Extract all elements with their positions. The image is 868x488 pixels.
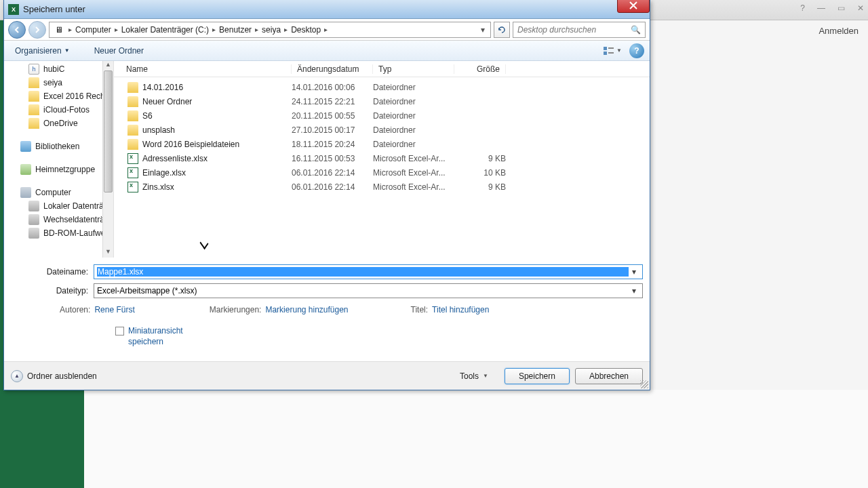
tree-item[interactable]: iCloud-Fotos xyxy=(4,103,113,117)
thumbnail-checkbox-label[interactable]: Miniaturansichtspeichern xyxy=(128,325,183,347)
tree-item[interactable]: Computer xyxy=(4,186,113,199)
chevron-down-icon[interactable]: ▾ xyxy=(629,286,639,296)
tags-value[interactable]: Markierung hinzufügen xyxy=(265,305,348,314)
breadcrumb-seg[interactable]: Benutzer xyxy=(217,25,254,35)
form-area: Dateiname: Mappe1.xlsx ▾ Dateityp: Excel… xyxy=(4,258,650,350)
folder-icon xyxy=(28,77,39,88)
breadcrumb-seg[interactable]: Lokaler Datenträger (C:) xyxy=(119,25,211,35)
tools-dropdown[interactable]: Tools ▼ xyxy=(460,371,488,381)
breadcrumb[interactable]: 🖥 ▸ Computer ▸ Lokaler Datenträger (C:) … xyxy=(49,22,491,38)
tree-item-label: seiya xyxy=(43,78,62,87)
view-icon xyxy=(603,46,615,56)
chevron-up-icon: ▲ xyxy=(11,370,23,382)
arrow-right-icon xyxy=(33,26,41,34)
tree-scrollbar[interactable]: ▲ ▼ xyxy=(102,61,113,258)
dialog-titlebar[interactable]: X Speichern unter xyxy=(4,0,650,19)
excel-content-bg xyxy=(84,390,868,488)
tree-item[interactable]: seiya xyxy=(4,76,113,89)
filename-label: Dateiname: xyxy=(11,267,94,277)
help-button[interactable]: ? xyxy=(629,43,644,58)
folder-tree[interactable]: hhubiCseiyaExcel 2016 RechniCloud-FotosO… xyxy=(4,61,114,258)
chevron-down-icon: ▼ xyxy=(483,373,488,379)
net-icon xyxy=(20,164,31,175)
tree-item[interactable]: Excel 2016 Rechn xyxy=(4,89,113,103)
minimize-icon[interactable]: — xyxy=(817,3,825,13)
new-folder-button[interactable]: Neuer Ordner xyxy=(87,44,151,58)
tree-item[interactable]: OneDrive xyxy=(4,117,113,130)
dialog-footer: ▲ Ordner ausblenden Tools ▼ Speichern Ab… xyxy=(4,361,650,390)
tree-item[interactable]: Lokaler Datenträg xyxy=(4,199,113,213)
sign-in-link[interactable]: Anmelden xyxy=(818,26,859,36)
excel-app-icon: X xyxy=(8,4,19,15)
tree-item[interactable]: hhubiC xyxy=(4,62,113,76)
hide-folders-label: Ordner ausblenden xyxy=(27,371,97,381)
dialog-close-button[interactable] xyxy=(617,0,650,13)
column-name[interactable]: Name xyxy=(114,64,292,74)
chevron-right-icon[interactable]: ▸ xyxy=(211,26,217,33)
nav-forward-button[interactable] xyxy=(28,21,46,39)
filename-value: Mappe1.xlsx xyxy=(97,267,629,277)
file-date: 27.10.2015 00:17 xyxy=(292,125,373,135)
file-type: Microsoft Excel-Ar... xyxy=(373,154,454,163)
file-row[interactable]: 14.01.201614.01.2016 00:06Dateiordner xyxy=(114,80,650,94)
organize-button[interactable]: Organisieren ▼ xyxy=(9,44,75,58)
refresh-button[interactable] xyxy=(494,22,510,38)
file-list[interactable]: Name Änderungsdatum Typ Größe 14.01.2016… xyxy=(114,61,650,258)
hide-folders-toggle[interactable]: ▲ Ordner ausblenden xyxy=(11,370,97,382)
search-icon[interactable]: 🔍 xyxy=(631,25,641,35)
chevron-right-icon[interactable]: ▸ xyxy=(283,26,289,33)
folder-icon xyxy=(28,104,39,115)
column-type[interactable]: Typ xyxy=(373,64,454,74)
drive-icon xyxy=(28,228,39,239)
tree-item[interactable]: Heimnetzgruppe xyxy=(4,163,113,176)
view-options-button[interactable]: ▼ xyxy=(602,43,623,58)
tree-item-label: Excel 2016 Rechn xyxy=(43,92,109,101)
file-row[interactable]: Einlage.xlsx06.01.2016 22:14Microsoft Ex… xyxy=(114,165,650,180)
chevron-down-icon[interactable]: ▾ xyxy=(629,267,639,277)
scroll-up-icon[interactable]: ▲ xyxy=(103,61,113,70)
file-row[interactable]: S620.11.2015 00:55Dateiordner xyxy=(114,108,650,123)
cancel-button[interactable]: Abbrechen xyxy=(575,368,643,384)
svg-rect-0 xyxy=(604,47,607,50)
filename-input[interactable]: Mappe1.xlsx ▾ xyxy=(94,264,643,279)
help-icon[interactable]: ? xyxy=(800,3,805,13)
file-list-header[interactable]: Name Änderungsdatum Typ Größe xyxy=(114,61,650,77)
scroll-thumb[interactable] xyxy=(104,70,113,192)
tree-item[interactable]: BD-ROM-Laufwe xyxy=(4,226,113,240)
save-button[interactable]: Speichern xyxy=(505,368,570,384)
tree-item[interactable]: Bibliotheken xyxy=(4,140,113,153)
breadcrumb-seg[interactable]: seiya xyxy=(260,25,283,35)
close-icon[interactable]: ✕ xyxy=(857,3,864,13)
thumbnail-checkbox[interactable] xyxy=(115,327,124,336)
resize-grip[interactable] xyxy=(640,380,648,388)
folder-icon xyxy=(127,139,138,150)
tree-item[interactable]: Wechseldatenträ xyxy=(4,213,113,226)
tree-item-label: Wechseldatenträ xyxy=(43,215,104,224)
search-input[interactable] xyxy=(517,25,631,35)
filetype-select[interactable]: Excel-Arbeitsmappe (*.xlsx) ▾ xyxy=(94,283,643,298)
file-row[interactable]: Zins.xlsx06.01.2016 22:14Microsoft Excel… xyxy=(114,180,650,194)
file-row[interactable]: Adressenliste.xlsx16.11.2015 00:53Micros… xyxy=(114,151,650,165)
file-row[interactable]: Word 2016 Beispieldateien18.11.2015 20:2… xyxy=(114,137,650,151)
title-value[interactable]: Titel hinzufügen xyxy=(432,305,489,314)
chevron-right-icon[interactable]: ▸ xyxy=(67,26,73,33)
breadcrumb-seg[interactable]: Desktop xyxy=(289,25,323,35)
file-name: Adressenliste.xlsx xyxy=(142,154,292,163)
authors-value[interactable]: Rene Fürst xyxy=(94,305,134,314)
folder-icon xyxy=(28,91,39,102)
authors-label: Autoren: xyxy=(60,305,90,314)
chevron-right-icon[interactable]: ▸ xyxy=(323,26,329,33)
search-box[interactable]: 🔍 xyxy=(513,22,646,38)
nav-back-button[interactable] xyxy=(8,21,26,39)
file-row[interactable]: unsplash27.10.2015 00:17Dateiordner xyxy=(114,123,650,137)
chevron-right-icon[interactable]: ▸ xyxy=(254,26,260,33)
scroll-down-icon[interactable]: ▼ xyxy=(103,248,113,258)
tree-item-label: Computer xyxy=(35,188,71,197)
column-date[interactable]: Änderungsdatum xyxy=(292,64,373,74)
file-row[interactable]: Neuer Ordner24.11.2015 22:21Dateiordner xyxy=(114,94,650,108)
column-size[interactable]: Größe xyxy=(454,64,506,74)
breadcrumb-dropdown[interactable]: ▾ xyxy=(477,25,489,35)
chevron-right-icon[interactable]: ▸ xyxy=(113,26,119,33)
breadcrumb-seg[interactable]: Computer xyxy=(73,25,113,35)
restore-icon[interactable]: ▭ xyxy=(837,3,845,13)
